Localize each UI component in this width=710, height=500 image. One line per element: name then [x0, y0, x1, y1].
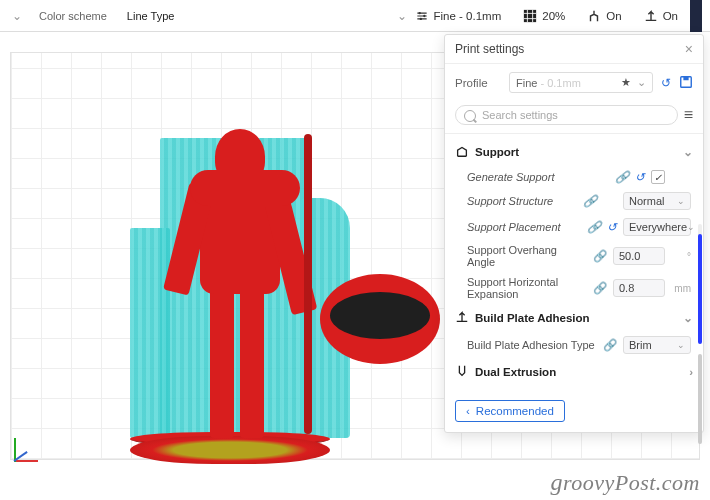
row-support-structure: Support Structure 🔗 Normal⌄ [445, 188, 703, 214]
svg-rect-3 [524, 9, 536, 21]
support-section-header[interactable]: Support ⌄ [445, 138, 703, 166]
row-support-placement: Support Placement 🔗 ↺ Everywhere⌄ [445, 214, 703, 240]
side-pod-model [320, 274, 440, 364]
infill-icon [523, 9, 537, 23]
adhesion-section-header[interactable]: Build Plate Adhesion ⌄ [445, 304, 703, 332]
svg-point-2 [419, 17, 421, 19]
right-dark-strip [690, 0, 702, 32]
support-icon [455, 144, 469, 160]
profile-select[interactable]: Fine - 0.1mm ★ ⌄ [509, 72, 653, 93]
chevron-down-icon: ⌄ [683, 311, 693, 325]
row-adhesion-type: Build Plate Adhesion Type 🔗 Brim⌄ [445, 332, 703, 358]
link-icon[interactable]: 🔗 [593, 249, 607, 263]
chevron-down-icon: ⌄ [683, 145, 693, 159]
link-icon[interactable]: 🔗 [593, 281, 607, 295]
reset-icon[interactable]: ↺ [607, 220, 617, 234]
degree-unit: ° [671, 251, 691, 262]
row-overhang-angle: Support Overhang Angle 🔗 50.0 ° [445, 240, 703, 272]
link-icon[interactable]: 🔗 [583, 194, 597, 208]
save-profile-icon[interactable] [679, 75, 693, 91]
chevron-left-icon: ‹ [466, 405, 470, 417]
adhesion-icon [644, 9, 658, 23]
row-horizontal-expansion: Support Horizontal Expansion 🔗 0.8 mm [445, 272, 703, 304]
row-generate-support: Generate Support 🔗 ↺ ✓ [445, 166, 703, 188]
close-icon[interactable]: × [685, 41, 693, 57]
link-icon[interactable]: 🔗 [587, 220, 601, 234]
section-support: Support ⌄ Generate Support 🔗 ↺ ✓ Support… [445, 134, 703, 390]
sliders-icon [415, 9, 429, 23]
infill-label: 20% [542, 10, 565, 22]
x-axis [14, 460, 38, 462]
watermark: ggroovyPost.comroovyPost.com [550, 469, 700, 496]
axis-gizmo [14, 438, 38, 462]
chevron-down-icon[interactable]: ⌄ [12, 9, 22, 23]
sliced-model-preview [120, 94, 380, 464]
adhesion-toggle-label: On [663, 10, 678, 22]
color-scheme-value[interactable]: Line Type [120, 6, 182, 26]
svg-point-1 [423, 14, 425, 16]
recommended-button[interactable]: ‹ Recommended [455, 400, 565, 422]
support-toggle-label: On [606, 10, 621, 22]
horizontal-expansion-input[interactable]: 0.8 [613, 279, 665, 297]
settings-scrollbar[interactable] [698, 224, 702, 340]
hamburger-icon[interactable]: ≡ [684, 110, 693, 120]
color-scheme-label: Color scheme [32, 6, 114, 26]
quality-preset-label: Fine - 0.1mm [434, 10, 502, 22]
support-icon [587, 9, 601, 23]
panel-title: Print settings [455, 42, 524, 56]
dual-extrusion-icon [455, 364, 469, 380]
overhang-angle-input[interactable]: 50.0 [613, 247, 665, 265]
top-toolbar: ⌄ Color scheme Line Type ⌄ Fine - 0.1mm … [0, 0, 710, 32]
chevron-down-icon: ⌄ [637, 76, 646, 89]
link-icon[interactable]: 🔗 [603, 338, 617, 352]
link-icon[interactable]: 🔗 [615, 170, 629, 184]
support-placement-select[interactable]: Everywhere⌄ [623, 218, 691, 236]
print-settings-panel: Print settings × Profile Fine - 0.1mm ★ … [444, 34, 704, 433]
infill-button[interactable]: 20% [519, 7, 569, 25]
chevron-down-icon[interactable]: ⌄ [397, 9, 407, 23]
adhesion-type-select[interactable]: Brim⌄ [623, 336, 691, 354]
quality-preset-button[interactable]: Fine - 0.1mm [411, 7, 506, 25]
adhesion-icon [455, 310, 469, 326]
generate-support-checkbox[interactable]: ✓ [651, 170, 665, 184]
svg-point-0 [418, 11, 420, 13]
support-toggle-button[interactable]: On [583, 7, 625, 25]
reset-icon[interactable]: ↺ [661, 76, 671, 90]
support-structure-select[interactable]: Normal⌄ [623, 192, 691, 210]
adhesion-toggle-button[interactable]: On [640, 7, 682, 25]
profile-label: Profile [455, 77, 501, 89]
svg-rect-5 [683, 76, 688, 80]
mm-unit: mm [671, 283, 691, 294]
chevron-right-icon: › [689, 366, 693, 378]
star-icon[interactable]: ★ [621, 76, 631, 89]
reset-icon[interactable]: ↺ [635, 170, 645, 184]
search-input[interactable]: Search settings [455, 105, 678, 125]
dual-extrusion-section-header[interactable]: Dual Extrusion › [445, 358, 703, 386]
